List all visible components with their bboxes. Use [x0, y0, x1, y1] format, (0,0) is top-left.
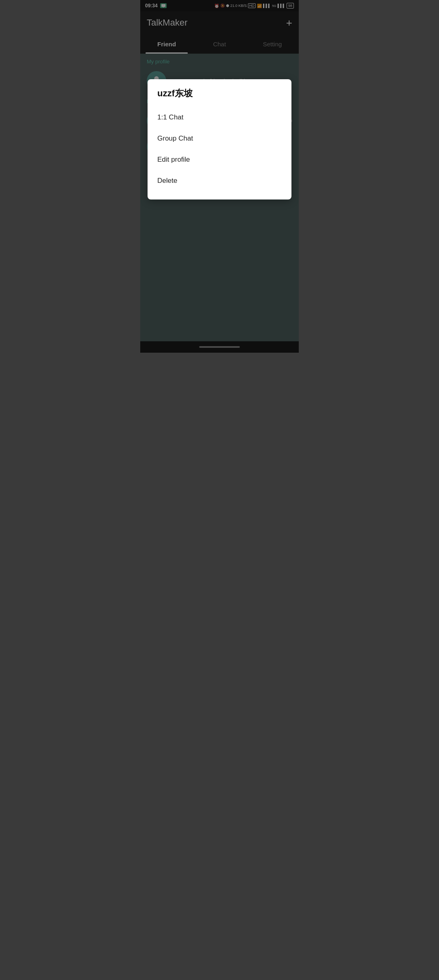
context-menu-item-delete[interactable]: Delete	[157, 170, 282, 191]
context-menu: uzzf东坡 1:1 Chat Group Chat Edit profile …	[148, 79, 291, 199]
context-menu-item-edit-profile[interactable]: Edit profile	[157, 149, 282, 170]
context-menu-title: uzzf东坡	[157, 87, 282, 107]
context-menu-item-group-chat[interactable]: Group Chat	[157, 128, 282, 149]
context-menu-item-one-chat[interactable]: 1:1 Chat	[157, 107, 282, 128]
screen-wrapper: 09:34 ⏰ 🔕 ⬢ 21.0 KB/S HD 📶 ▌▌▌ 5G ▌▌▌ 98	[140, 0, 299, 353]
